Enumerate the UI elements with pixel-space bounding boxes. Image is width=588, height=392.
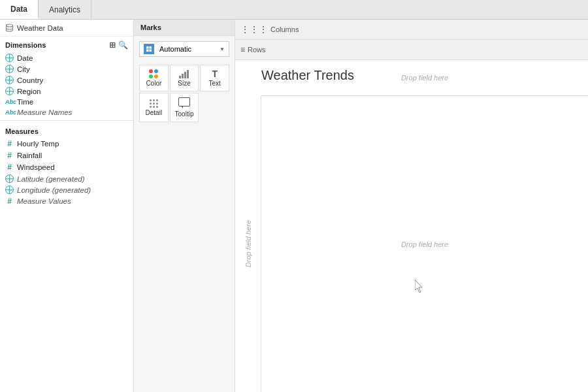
dim-item-city[interactable]: City [0, 63, 133, 74]
hash-icon-hourly-temp: # [5, 139, 14, 148]
chart-canvas: Weather Trends Drop field here Drop fiel… [235, 60, 588, 392]
marks-type-dropdown[interactable]: Automatic ▼ [139, 41, 229, 57]
marks-detail-button[interactable]: Detail [139, 93, 169, 122]
chart-area: Weather Trends Drop field here Drop fiel… [235, 60, 588, 392]
measure-item-latitude[interactable]: Latitude (generated) [0, 173, 133, 184]
tab-data[interactable]: Data [0, 0, 39, 19]
tab-analytics[interactable]: Analytics [39, 0, 91, 19]
measures-header: Measures [0, 123, 133, 138]
hash-icon-rainfall: # [5, 151, 14, 160]
measure-item-longitude[interactable]: Longitude (generated) [0, 184, 133, 195]
globe-icon-city [5, 65, 14, 73]
globe-icon-date [5, 54, 14, 62]
measures-list: # Hourly Temp # Rainfall # Windspeed Lat… [0, 138, 133, 207]
dim-item-country[interactable]: Country [0, 74, 133, 86]
globe-icon-country [5, 76, 14, 84]
rows-icon: ≡ [240, 45, 245, 54]
abc-icon-measure-names: Abc [5, 109, 14, 116]
abc-icon-time: Abc [5, 99, 14, 105]
left-panel: Weather Data Dimensions ⊞ 🔍 Date City Co… [0, 20, 134, 392]
columns-drop-area[interactable] [302, 22, 583, 37]
dimensions-list: Date City Country Region Abc Time Abc Me… [0, 52, 133, 118]
marks-panel: Marks Automatic ▼ [134, 20, 235, 392]
marks-color-button[interactable]: Color [139, 65, 169, 91]
dimensions-header: Dimensions ⊞ 🔍 [0, 37, 133, 52]
color-icon [149, 69, 158, 78]
columns-shelf: ⋮⋮⋮ Columns [235, 20, 588, 40]
svg-rect-4 [150, 50, 152, 52]
rows-shelf: ≡ Rows [235, 40, 588, 60]
dim-item-time[interactable]: Abc Time [0, 97, 133, 107]
globe-icon-longitude [5, 186, 14, 194]
measure-item-rainfall[interactable]: # Rainfall [0, 150, 133, 161]
globe-icon-region [5, 87, 14, 95]
dropdown-chevron: ▼ [220, 46, 225, 52]
chart-title: Weather Trends [261, 68, 354, 83]
size-icon [179, 70, 189, 78]
main-layout: Weather Data Dimensions ⊞ 🔍 Date City Co… [0, 20, 588, 392]
dim-item-measure-names[interactable]: Abc Measure Names [0, 107, 133, 118]
text-icon: T [212, 69, 218, 78]
database-icon [5, 24, 14, 32]
tab-bar: Data Analytics [0, 0, 588, 20]
measure-item-windspeed[interactable]: # Windspeed [0, 161, 133, 173]
measure-item-hourly-temp[interactable]: # Hourly Temp [0, 138, 133, 150]
drop-zone-left[interactable]: Drop field here [235, 96, 261, 392]
section-divider [0, 120, 133, 121]
chart-body: Drop field here Drop field here [235, 96, 588, 392]
grid-icon[interactable]: ⊞ [109, 41, 116, 50]
drop-text-top: Drop field here [401, 74, 448, 82]
search-icon[interactable]: 🔍 [118, 41, 128, 50]
drop-zone-main[interactable]: Drop field here [261, 96, 588, 392]
dim-item-region[interactable]: Region [0, 86, 133, 97]
columns-label: ⋮⋮⋮ Columns [240, 24, 299, 35]
svg-rect-2 [150, 46, 152, 49]
svg-rect-3 [146, 50, 149, 52]
data-source-row[interactable]: Weather Data [0, 20, 133, 37]
data-source-name: Weather Data [17, 24, 63, 32]
svg-rect-1 [146, 46, 149, 49]
canvas-panel: ⋮⋮⋮ Columns ≡ Rows Weather Trends Drop f… [235, 20, 588, 392]
columns-icon: ⋮⋮⋮ [240, 24, 268, 35]
rows-drop-area[interactable] [284, 42, 583, 57]
measure-item-measure-values[interactable]: # Measure Values [0, 195, 133, 207]
marks-title: Marks [134, 20, 235, 36]
svg-point-0 [7, 24, 13, 27]
dim-item-date[interactable]: Date [0, 52, 133, 63]
hash-icon-windspeed: # [5, 163, 14, 172]
drop-text-main: Drop field here [401, 240, 448, 248]
globe-icon-latitude [5, 174, 14, 183]
marks-text-button[interactable]: T Text [200, 65, 229, 91]
tooltip-icon [178, 97, 190, 109]
dimensions-header-icons: ⊞ 🔍 [109, 41, 128, 50]
detail-icon [150, 99, 158, 108]
marks-buttons-grid: Color Size T Text [134, 62, 235, 125]
drop-text-left: Drop field here [244, 220, 252, 267]
rows-label: ≡ Rows [240, 45, 280, 54]
hash-icon-measure-values: # [5, 197, 14, 206]
marks-size-button[interactable]: Size [170, 65, 199, 91]
marks-tooltip-button[interactable]: Tooltip [170, 93, 199, 122]
automatic-icon [144, 44, 154, 54]
